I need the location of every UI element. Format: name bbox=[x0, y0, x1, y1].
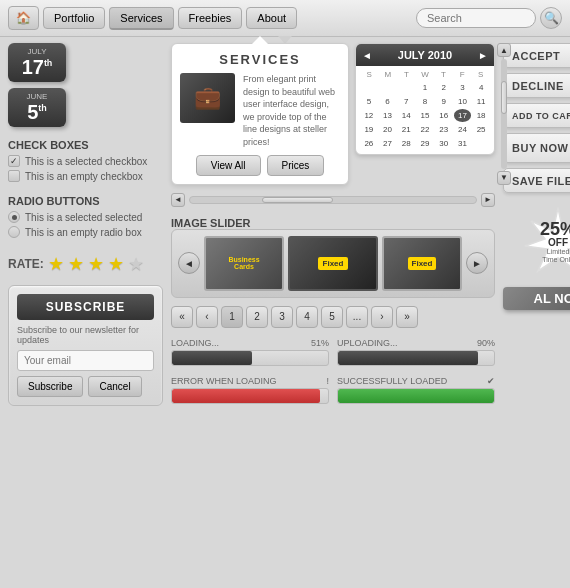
cal-day-2[interactable]: 2 bbox=[435, 81, 453, 94]
cal-empty-3 bbox=[397, 81, 415, 94]
nav-home-button[interactable]: 🏠 bbox=[8, 6, 39, 30]
checkbox-2[interactable] bbox=[8, 170, 20, 182]
buy-now-label: BUY NOW bbox=[512, 142, 568, 154]
cal-h-m: M bbox=[379, 70, 398, 79]
slider-next-button[interactable]: ► bbox=[466, 252, 488, 274]
page-prev-button[interactable]: ‹ bbox=[196, 306, 218, 328]
badge-area: 25% OFF Limited Time Only bbox=[503, 206, 570, 278]
cal-day-19[interactable]: 19 bbox=[360, 123, 378, 136]
radio-item-2[interactable]: This is an empty radio box bbox=[8, 226, 163, 238]
date-badge-june: June 5th bbox=[8, 88, 66, 127]
cal-day-3[interactable]: 3 bbox=[454, 81, 472, 94]
checkbox-item-1[interactable]: ✓ This is a selected checkbox bbox=[8, 155, 163, 167]
vscroll-thumb[interactable] bbox=[501, 81, 507, 114]
cal-day-26[interactable]: 26 bbox=[360, 137, 378, 150]
search-input[interactable] bbox=[416, 8, 536, 28]
cal-day-24[interactable]: 24 bbox=[454, 123, 472, 136]
cal-day-28[interactable]: 28 bbox=[397, 137, 415, 150]
slide-3[interactable]: Fixed bbox=[382, 236, 462, 291]
decline-button[interactable]: DECLINE ✖ bbox=[503, 73, 570, 98]
cal-day-15[interactable]: 15 bbox=[416, 109, 434, 122]
page-next-button[interactable]: › bbox=[371, 306, 393, 328]
slide-3-badge: Fixed bbox=[408, 257, 437, 270]
cal-day-21[interactable]: 21 bbox=[397, 123, 415, 136]
radio-2[interactable] bbox=[8, 226, 20, 238]
cal-day-10[interactable]: 10 bbox=[454, 95, 472, 108]
cal-day-16[interactable]: 16 bbox=[435, 109, 453, 122]
cal-day-31[interactable]: 31 bbox=[454, 137, 472, 150]
page-first-button[interactable]: « bbox=[171, 306, 193, 328]
slider-prev-button[interactable]: ◄ bbox=[178, 252, 200, 274]
page-1-button[interactable]: 1 bbox=[221, 306, 243, 328]
subscribe-cancel-button[interactable]: Cancel bbox=[88, 376, 141, 397]
page-2-button[interactable]: 2 bbox=[246, 306, 268, 328]
nav-freebies-button[interactable]: Freebies bbox=[178, 7, 243, 29]
cal-day-11[interactable]: 11 bbox=[472, 95, 490, 108]
checkbox-1[interactable]: ✓ bbox=[8, 155, 20, 167]
calendar-next-button[interactable]: ► bbox=[478, 50, 488, 61]
cal-day-17[interactable]: 17 bbox=[454, 109, 472, 122]
subscribe-header-button[interactable]: SUBSCRIBE bbox=[17, 294, 154, 320]
cal-day-20[interactable]: 20 bbox=[379, 123, 397, 136]
nav-services-button[interactable]: Services bbox=[109, 7, 173, 30]
checkbox-item-2[interactable]: This is an empty checkbox bbox=[8, 170, 163, 182]
cal-day-13[interactable]: 13 bbox=[379, 109, 397, 122]
services-prices-button[interactable]: Prices bbox=[267, 155, 325, 176]
slide-2[interactable]: Fixed bbox=[288, 236, 378, 291]
cal-day-4[interactable]: 4 bbox=[472, 81, 490, 94]
nav-about-button[interactable]: About bbox=[246, 7, 297, 29]
star-4[interactable]: ★ bbox=[108, 253, 124, 275]
star-2[interactable]: ★ bbox=[68, 253, 84, 275]
radio-label-2: This is an empty radio box bbox=[25, 227, 142, 238]
cal-day-9[interactable]: 9 bbox=[435, 95, 453, 108]
star-1[interactable]: ★ bbox=[48, 253, 64, 275]
radio-1[interactable] bbox=[8, 211, 20, 223]
cal-day-8[interactable]: 8 bbox=[416, 95, 434, 108]
slide-1[interactable]: BusinessCards bbox=[204, 236, 284, 291]
checkboxes-section: CHECK BOXES ✓ This is a selected checkbo… bbox=[8, 139, 163, 185]
cal-day-12[interactable]: 12 bbox=[360, 109, 378, 122]
search-button[interactable]: 🔍 bbox=[540, 7, 562, 29]
hscroll-right-button[interactable]: ► bbox=[481, 193, 495, 207]
cal-day-5[interactable]: 5 bbox=[360, 95, 378, 108]
calendar-prev-button[interactable]: ◄ bbox=[362, 50, 372, 61]
nav-portfolio-button[interactable]: Portfolio bbox=[43, 7, 105, 29]
subscribe-submit-button[interactable]: Subscribe bbox=[17, 376, 83, 397]
page-4-button[interactable]: 4 bbox=[296, 306, 318, 328]
cal-day-7[interactable]: 7 bbox=[397, 95, 415, 108]
buy-now-button[interactable]: BUY NOW + bbox=[503, 133, 570, 163]
progress-loading-percent: 51% bbox=[311, 338, 329, 348]
star-3[interactable]: ★ bbox=[88, 253, 104, 275]
cal-day-1[interactable]: 1 bbox=[416, 81, 434, 94]
add-to-cart-button[interactable]: ADD TO CART 🛒 bbox=[503, 103, 570, 128]
page-ellipsis: ... bbox=[346, 306, 368, 328]
subscribe-email-input[interactable] bbox=[17, 350, 154, 371]
page-last-button[interactable]: » bbox=[396, 306, 418, 328]
cal-day-29[interactable]: 29 bbox=[416, 137, 434, 150]
hscroll-track bbox=[189, 196, 477, 204]
page-5-button[interactable]: 5 bbox=[321, 306, 343, 328]
save-file-button[interactable]: SAVE FILE 📄 bbox=[503, 168, 570, 193]
slide-2-text: Fixed bbox=[323, 259, 344, 268]
accept-button[interactable]: ACCEPT ✔ bbox=[503, 43, 570, 68]
page-3-button[interactable]: 3 bbox=[271, 306, 293, 328]
cal-day-18[interactable]: 18 bbox=[472, 109, 490, 122]
cal-day-14[interactable]: 14 bbox=[397, 109, 415, 122]
services-view-all-button[interactable]: View All bbox=[196, 155, 261, 176]
vscroll-down-button[interactable]: ▼ bbox=[497, 171, 511, 185]
progress-uploading-percent: 90% bbox=[477, 338, 495, 348]
cal-day-25[interactable]: 25 bbox=[472, 123, 490, 136]
cal-day-22[interactable]: 22 bbox=[416, 123, 434, 136]
hscroll-thumb[interactable] bbox=[262, 197, 334, 203]
radio-item-1[interactable]: This is a selected selected bbox=[8, 211, 163, 223]
cal-day-6[interactable]: 6 bbox=[379, 95, 397, 108]
vscroll-up-button[interactable]: ▲ bbox=[497, 43, 511, 57]
search-icon: 🔍 bbox=[544, 11, 559, 25]
cal-day-23[interactable]: 23 bbox=[435, 123, 453, 136]
cal-day-30[interactable]: 30 bbox=[435, 137, 453, 150]
cal-day-27[interactable]: 27 bbox=[379, 137, 397, 150]
slide-1-label: BusinessCards bbox=[226, 254, 261, 272]
star-5[interactable]: ★ bbox=[128, 253, 144, 275]
hscroll-left-button[interactable]: ◄ bbox=[171, 193, 185, 207]
save-file-label: SAVE FILE bbox=[512, 175, 570, 187]
